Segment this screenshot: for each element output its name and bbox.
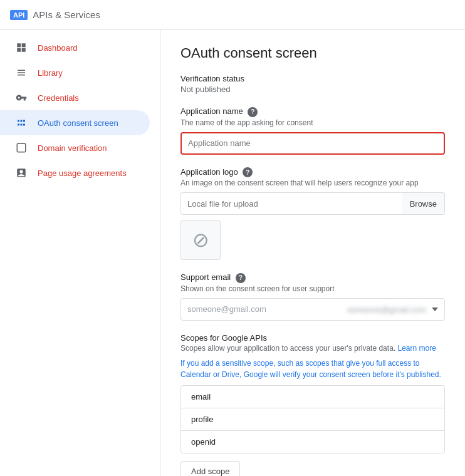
sidebar-item-oauth[interactable]: OAuth consent screen — [0, 110, 150, 135]
scopes-section: Scopes for Google APIs Scopes allow your… — [180, 333, 445, 476]
oauth-icon — [15, 116, 28, 129]
logo-area: API APIs & Services — [10, 9, 100, 20]
scopes-desc: Scopes allow your application to access … — [180, 344, 445, 353]
app-name-help-icon[interactable]: ? — [248, 107, 258, 117]
scopes-learn-more-link[interactable]: Learn more — [397, 344, 436, 353]
app-name-label: Application name ? — [180, 106, 445, 117]
app-name-section: Application name ? The name of the app a… — [180, 106, 445, 155]
dashboard-icon — [15, 41, 28, 54]
scopes-table: email profile openid — [180, 385, 445, 453]
topbar-title: APIs & Services — [33, 9, 100, 20]
domain-icon — [15, 142, 28, 154]
support-email-help-icon[interactable]: ? — [236, 273, 246, 283]
verification-status-label: Verification status — [180, 74, 445, 83]
sidebar-label-dashboard: Dashboard — [38, 43, 78, 53]
file-upload-input[interactable] — [180, 192, 402, 215]
no-image-icon: ⊘ — [192, 228, 209, 252]
credentials-icon — [15, 91, 28, 104]
sidebar-label-pageusage: Page usage agreements — [38, 168, 127, 178]
svg-rect-0 — [17, 143, 26, 152]
sidebar-item-pageusage[interactable]: Page usage agreements — [0, 160, 150, 185]
sidebar-label-domain: Domain verification — [38, 143, 107, 153]
app-name-input[interactable] — [180, 132, 445, 155]
support-email-label: Support email ? — [180, 272, 445, 283]
sidebar: Dashboard Library Credentials OAuth cons… — [0, 30, 160, 476]
support-email-section: Support email ? Shown on the consent scr… — [180, 272, 445, 321]
sidebar-label-library: Library — [38, 68, 63, 78]
scope-row-profile: profile — [181, 408, 444, 431]
sidebar-item-dashboard[interactable]: Dashboard — [0, 35, 150, 60]
app-logo-section: Application logo ? An image on the conse… — [180, 167, 445, 261]
scope-row-openid: openid — [181, 431, 444, 453]
app-name-desc: The name of the app asking for consent — [180, 118, 445, 127]
sidebar-item-credentials[interactable]: Credentials — [0, 85, 150, 110]
sidebar-label-oauth: OAuth consent screen — [38, 118, 118, 128]
support-email-wrapper: someone@gmail.com someone@gmail.com — [180, 298, 445, 321]
add-scope-button[interactable]: Add scope — [180, 461, 240, 476]
scope-row-email: email — [181, 386, 444, 408]
file-upload-row: Browse — [180, 192, 445, 215]
pageusage-icon — [15, 167, 28, 179]
sidebar-item-domain[interactable]: Domain verification — [0, 135, 150, 160]
top-bar: API APIs & Services — [0, 0, 465, 30]
sidebar-item-library[interactable]: Library — [0, 60, 150, 85]
app-logo-help-icon[interactable]: ? — [243, 167, 253, 177]
scopes-sensitive-text: If you add a sensitive scope, such as sc… — [180, 358, 445, 380]
app-logo-desc: An image on the consent screen that will… — [180, 178, 445, 187]
browse-button[interactable]: Browse — [402, 192, 445, 215]
verification-status-section: Verification status Not published — [180, 74, 445, 94]
page-title: OAuth consent screen — [180, 45, 445, 61]
support-email-select[interactable]: someone@gmail.com — [180, 298, 445, 321]
verification-status-value: Not published — [180, 85, 445, 94]
main-content: OAuth consent screen Verification status… — [160, 30, 465, 476]
sidebar-label-credentials: Credentials — [38, 93, 79, 103]
library-icon — [15, 66, 28, 79]
scopes-label: Scopes for Google APIs — [180, 333, 445, 343]
support-email-desc: Shown on the consent screen for user sup… — [180, 284, 445, 293]
image-placeholder: ⊘ — [180, 220, 221, 260]
api-badge: API — [10, 10, 28, 20]
app-logo-label: Application logo ? — [180, 167, 445, 178]
